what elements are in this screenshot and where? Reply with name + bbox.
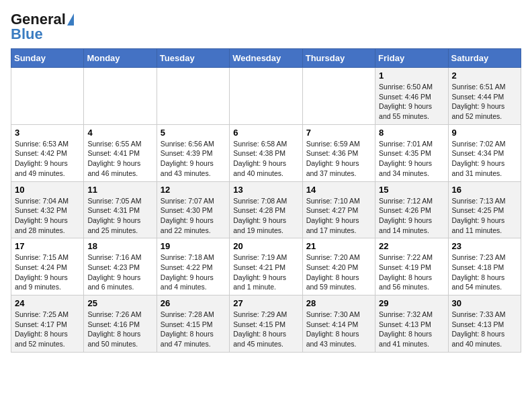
calendar-header: SundayMondayTuesdayWednesdayThursdayFrid… xyxy=(11,49,521,68)
calendar-cell xyxy=(302,68,375,125)
day-info: Sunrise: 7:02 AM Sunset: 4:34 PM Dayligh… xyxy=(452,139,517,179)
day-info: Sunrise: 7:15 AM Sunset: 4:24 PM Dayligh… xyxy=(15,253,80,292)
day-number: 27 xyxy=(233,298,298,308)
day-info: Sunrise: 6:56 AM Sunset: 4:39 PM Dayligh… xyxy=(161,139,226,179)
day-info: Sunrise: 7:25 AM Sunset: 4:17 PM Dayligh… xyxy=(15,310,80,349)
day-info: Sunrise: 6:53 AM Sunset: 4:42 PM Dayligh… xyxy=(15,139,80,179)
calendar-cell: 6Sunrise: 6:58 AM Sunset: 4:38 PM Daylig… xyxy=(230,124,302,181)
calendar-cell: 12Sunrise: 7:07 AM Sunset: 4:30 PM Dayli… xyxy=(157,181,229,238)
calendar-cell: 10Sunrise: 7:04 AM Sunset: 4:32 PM Dayli… xyxy=(11,181,84,238)
day-number: 9 xyxy=(452,128,517,138)
calendar-cell: 9Sunrise: 7:02 AM Sunset: 4:34 PM Daylig… xyxy=(448,124,521,181)
day-number: 25 xyxy=(87,298,152,308)
day-info: Sunrise: 7:01 AM Sunset: 4:35 PM Dayligh… xyxy=(379,139,444,179)
calendar-cell: 26Sunrise: 7:28 AM Sunset: 4:15 PM Dayli… xyxy=(157,295,229,353)
calendar-cell: 1Sunrise: 6:50 AM Sunset: 4:46 PM Daylig… xyxy=(375,68,448,125)
calendar-cell: 11Sunrise: 7:05 AM Sunset: 4:31 PM Dayli… xyxy=(84,181,157,238)
weekday-row: SundayMondayTuesdayWednesdayThursdayFrid… xyxy=(11,49,521,68)
day-info: Sunrise: 7:32 AM Sunset: 4:13 PM Dayligh… xyxy=(379,310,444,349)
day-number: 21 xyxy=(306,241,371,251)
day-number: 4 xyxy=(87,128,152,138)
day-info: Sunrise: 6:55 AM Sunset: 4:41 PM Dayligh… xyxy=(87,139,152,179)
day-number: 30 xyxy=(452,298,517,308)
day-info: Sunrise: 7:29 AM Sunset: 4:15 PM Dayligh… xyxy=(233,310,298,349)
calendar-cell: 24Sunrise: 7:25 AM Sunset: 4:17 PM Dayli… xyxy=(11,295,84,353)
weekday-header-sunday: Sunday xyxy=(11,49,84,68)
calendar-cell xyxy=(11,68,84,125)
calendar-week-3: 10Sunrise: 7:04 AM Sunset: 4:32 PM Dayli… xyxy=(11,181,521,238)
calendar-cell xyxy=(230,68,302,125)
calendar-cell: 18Sunrise: 7:16 AM Sunset: 4:23 PM Dayli… xyxy=(84,238,157,295)
day-info: Sunrise: 7:08 AM Sunset: 4:28 PM Dayligh… xyxy=(233,196,298,236)
day-info: Sunrise: 7:28 AM Sunset: 4:15 PM Dayligh… xyxy=(161,310,226,349)
day-info: Sunrise: 7:23 AM Sunset: 4:18 PM Dayligh… xyxy=(452,253,517,292)
day-number: 29 xyxy=(379,298,444,308)
calendar-cell: 27Sunrise: 7:29 AM Sunset: 4:15 PM Dayli… xyxy=(230,295,302,353)
weekday-header-saturday: Saturday xyxy=(448,49,521,68)
day-number: 22 xyxy=(379,241,444,251)
day-number: 15 xyxy=(379,185,444,195)
calendar-cell: 7Sunrise: 6:59 AM Sunset: 4:36 PM Daylig… xyxy=(302,124,375,181)
day-info: Sunrise: 7:04 AM Sunset: 4:32 PM Dayligh… xyxy=(15,196,80,236)
day-number: 10 xyxy=(15,185,80,195)
day-number: 11 xyxy=(87,185,152,195)
calendar-cell: 13Sunrise: 7:08 AM Sunset: 4:28 PM Dayli… xyxy=(230,181,302,238)
weekday-header-thursday: Thursday xyxy=(302,49,375,68)
day-info: Sunrise: 7:13 AM Sunset: 4:25 PM Dayligh… xyxy=(452,196,517,236)
calendar-cell: 30Sunrise: 7:33 AM Sunset: 4:13 PM Dayli… xyxy=(448,295,521,353)
day-number: 17 xyxy=(15,241,80,251)
calendar-cell: 22Sunrise: 7:22 AM Sunset: 4:19 PM Dayli… xyxy=(375,238,448,295)
day-number: 28 xyxy=(306,298,371,308)
calendar-week-5: 24Sunrise: 7:25 AM Sunset: 4:17 PM Dayli… xyxy=(11,295,521,353)
day-number: 18 xyxy=(87,241,152,251)
day-number: 2 xyxy=(452,71,517,81)
calendar-table: SundayMondayTuesdayWednesdayThursdayFrid… xyxy=(11,48,521,353)
day-info: Sunrise: 6:58 AM Sunset: 4:38 PM Dayligh… xyxy=(233,139,298,179)
day-info: Sunrise: 7:30 AM Sunset: 4:14 PM Dayligh… xyxy=(306,310,371,349)
weekday-header-friday: Friday xyxy=(375,49,448,68)
calendar-week-4: 17Sunrise: 7:15 AM Sunset: 4:24 PM Dayli… xyxy=(11,238,521,295)
day-number: 6 xyxy=(233,128,298,138)
day-info: Sunrise: 7:05 AM Sunset: 4:31 PM Dayligh… xyxy=(87,196,152,236)
calendar-cell: 14Sunrise: 7:10 AM Sunset: 4:27 PM Dayli… xyxy=(302,181,375,238)
day-number: 7 xyxy=(306,128,371,138)
day-info: Sunrise: 6:51 AM Sunset: 4:44 PM Dayligh… xyxy=(452,82,517,122)
weekday-header-wednesday: Wednesday xyxy=(230,49,302,68)
calendar-cell: 23Sunrise: 7:23 AM Sunset: 4:18 PM Dayli… xyxy=(448,238,521,295)
calendar-cell: 5Sunrise: 6:56 AM Sunset: 4:39 PM Daylig… xyxy=(157,124,229,181)
day-info: Sunrise: 7:22 AM Sunset: 4:19 PM Dayligh… xyxy=(379,253,444,292)
calendar-cell: 28Sunrise: 7:30 AM Sunset: 4:14 PM Dayli… xyxy=(302,295,375,353)
calendar-cell: 21Sunrise: 7:20 AM Sunset: 4:20 PM Dayli… xyxy=(302,238,375,295)
calendar-cell: 17Sunrise: 7:15 AM Sunset: 4:24 PM Dayli… xyxy=(11,238,84,295)
calendar-cell xyxy=(84,68,157,125)
day-info: Sunrise: 7:19 AM Sunset: 4:21 PM Dayligh… xyxy=(233,253,298,292)
day-info: Sunrise: 7:12 AM Sunset: 4:26 PM Dayligh… xyxy=(379,196,444,236)
day-number: 1 xyxy=(379,71,444,81)
calendar-cell: 2Sunrise: 6:51 AM Sunset: 4:44 PM Daylig… xyxy=(448,68,521,125)
day-number: 5 xyxy=(161,128,226,138)
logo-blue: Blue xyxy=(11,26,43,43)
day-number: 8 xyxy=(379,128,444,138)
day-number: 26 xyxy=(161,298,226,308)
calendar-cell: 29Sunrise: 7:32 AM Sunset: 4:13 PM Dayli… xyxy=(375,295,448,353)
calendar-cell: 15Sunrise: 7:12 AM Sunset: 4:26 PM Dayli… xyxy=(375,181,448,238)
calendar-body: 1Sunrise: 6:50 AM Sunset: 4:46 PM Daylig… xyxy=(11,68,521,353)
day-info: Sunrise: 6:50 AM Sunset: 4:46 PM Dayligh… xyxy=(379,82,444,122)
day-number: 23 xyxy=(452,241,517,251)
day-info: Sunrise: 7:16 AM Sunset: 4:23 PM Dayligh… xyxy=(87,253,152,292)
calendar-week-1: 1Sunrise: 6:50 AM Sunset: 4:46 PM Daylig… xyxy=(11,68,521,125)
logo-icon xyxy=(67,13,74,26)
day-info: Sunrise: 7:18 AM Sunset: 4:22 PM Dayligh… xyxy=(161,253,226,292)
day-info: Sunrise: 6:59 AM Sunset: 4:36 PM Dayligh… xyxy=(306,139,371,179)
day-number: 24 xyxy=(15,298,80,308)
day-number: 13 xyxy=(233,185,298,195)
day-number: 19 xyxy=(161,241,226,251)
day-number: 14 xyxy=(306,185,371,195)
calendar-cell: 20Sunrise: 7:19 AM Sunset: 4:21 PM Dayli… xyxy=(230,238,302,295)
day-number: 3 xyxy=(15,128,80,138)
day-info: Sunrise: 7:26 AM Sunset: 4:16 PM Dayligh… xyxy=(87,310,152,349)
day-number: 16 xyxy=(452,185,517,195)
day-info: Sunrise: 7:20 AM Sunset: 4:20 PM Dayligh… xyxy=(306,253,371,292)
calendar-week-2: 3Sunrise: 6:53 AM Sunset: 4:42 PM Daylig… xyxy=(11,124,521,181)
calendar-cell: 25Sunrise: 7:26 AM Sunset: 4:16 PM Dayli… xyxy=(84,295,157,353)
